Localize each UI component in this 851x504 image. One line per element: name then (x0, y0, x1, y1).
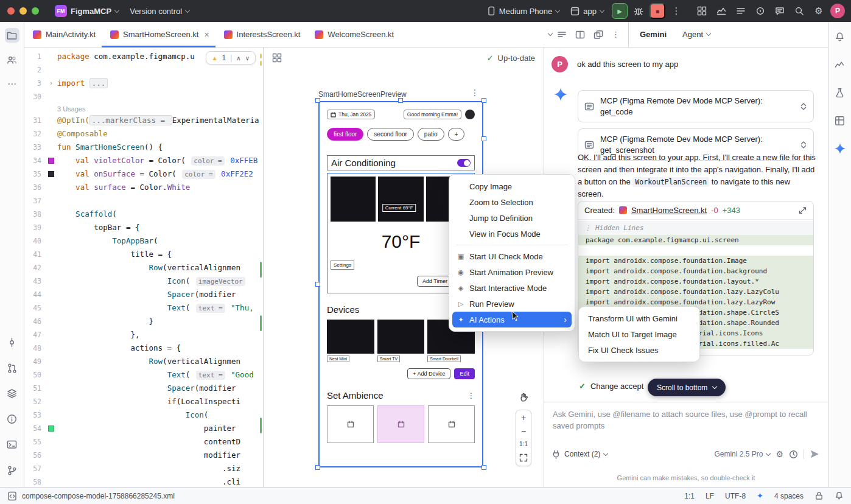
commit-tool-button[interactable] (5, 335, 19, 349)
color-swatch[interactable] (48, 425, 54, 432)
stop-button[interactable]: ■ (650, 3, 665, 19)
context-menu-item[interactable]: Jump to Definition (452, 210, 572, 226)
context-menu-item[interactable]: View in Focus Mode (452, 226, 572, 242)
add-timer-button[interactable]: Add Timer (417, 276, 453, 287)
tab-agent[interactable]: Agent (682, 30, 710, 39)
status-file[interactable]: compose-compose-model-1758866285245.xml (7, 491, 684, 501)
zoom-in-button[interactable]: + (521, 414, 526, 421)
context-menu-item[interactable]: ◈ Start Interactive Mode (452, 280, 572, 296)
context-menu-item[interactable]: ◉ Start Animation Preview (452, 264, 572, 280)
settings-button[interactable]: ⚙ (811, 3, 827, 19)
add-device-button[interactable]: + Add Device (407, 368, 450, 379)
edit-devices-button[interactable]: Edit (454, 368, 475, 379)
cursor-position[interactable]: 1:1 (684, 492, 695, 500)
ambience-options-icon[interactable]: ⋮ (468, 391, 475, 400)
expand-diff-icon[interactable] (798, 206, 807, 215)
ac-title-row[interactable]: Air Conditioning (327, 155, 475, 170)
terminal-tool-button[interactable] (5, 437, 19, 452)
file-encoding[interactable]: UTF-8 (725, 492, 746, 500)
prev-issue-icon[interactable]: ∧ (236, 55, 240, 61)
scroll-to-bottom-button[interactable]: Scroll to bottom (648, 379, 726, 396)
user-avatar[interactable]: P (830, 4, 845, 18)
editor-more-icon[interactable]: ⋮ (612, 30, 620, 39)
more-tools-button[interactable]: ⋯ (5, 77, 19, 91)
submenu-item[interactable]: Fix UI Check Issues (582, 342, 696, 358)
submenu-item[interactable]: Transform UI with Gemini (582, 310, 696, 326)
selection-handle[interactable] (482, 465, 486, 470)
tab-gemini[interactable]: Gemini (640, 30, 667, 39)
more-run-actions-button[interactable]: ⋮ (668, 3, 684, 19)
ambience-card[interactable] (327, 405, 374, 443)
chat-input[interactable] (553, 409, 819, 444)
fold-arrow-icon[interactable]: › (49, 77, 54, 90)
zoom-level-label[interactable]: 1:1 (519, 441, 528, 447)
build-tool-button[interactable] (5, 386, 19, 401)
zoom-to-fit-icon[interactable] (519, 453, 528, 462)
hidden-lines-row[interactable]: ⋮ Hidden Lines (578, 221, 813, 235)
selection-handle[interactable] (315, 282, 320, 287)
main-menu-button[interactable] (733, 3, 749, 19)
send-button[interactable] (810, 449, 819, 459)
context-button[interactable]: Context (2) (552, 450, 608, 459)
device-item[interactable]: Smart TV (377, 320, 425, 362)
context-menu-item[interactable]: ▷ Run Preview (452, 296, 572, 312)
device-mirror-button[interactable] (694, 3, 710, 19)
project-widget[interactable]: FM FigmaMCP (50, 2, 124, 19)
grid-view-icon[interactable] (272, 53, 282, 63)
run-button[interactable]: ▶ (612, 3, 628, 19)
close-tab-icon[interactable]: × (204, 30, 209, 40)
profile-avatar[interactable] (465, 110, 475, 119)
profiler-tool-button[interactable] (833, 57, 847, 72)
version-control-tool-button[interactable] (5, 463, 19, 477)
color-swatch[interactable] (48, 171, 54, 177)
next-issue-icon[interactable]: ∨ (245, 55, 250, 61)
collaboration-tool-button[interactable] (5, 52, 19, 67)
selection-handle[interactable] (482, 98, 486, 103)
zoom-window-button[interactable] (32, 7, 39, 15)
notifications-button[interactable] (833, 29, 847, 44)
vcs-widget[interactable]: Version control (125, 4, 194, 18)
run-config-selector[interactable]: app (566, 4, 609, 18)
ac-toggle-switch[interactable] (457, 159, 471, 167)
preview-title[interactable]: SmartHomeScreenPreview (318, 90, 407, 99)
chat-history-button[interactable] (789, 450, 798, 459)
tool-call-card[interactable]: MCP (Figma Remote Dev Mode MCP Server): … (578, 90, 814, 122)
app-insights-tool-button[interactable] (833, 85, 847, 100)
pull-requests-tool-button[interactable] (5, 360, 19, 375)
editor-tab[interactable]: WelcomeScreen.kt (306, 22, 400, 47)
chat-settings-button[interactable]: ⚙ (776, 449, 783, 459)
floor-chip[interactable]: patio (418, 128, 444, 141)
minimize-window-button[interactable] (19, 7, 27, 15)
profiler-button[interactable] (713, 3, 729, 19)
code-editor[interactable]: ▲ 1 | ∧ ∨ 1 package com.example.figmamcp… (24, 47, 263, 487)
pan-tool-button[interactable] (516, 390, 531, 404)
indent-setting[interactable]: 4 spaces (774, 492, 804, 500)
floor-chip[interactable]: + (448, 128, 465, 141)
selection-handle[interactable] (315, 465, 320, 470)
ambience-card[interactable] (377, 405, 424, 443)
editor-tab[interactable]: MainActivity.kt (24, 22, 102, 47)
selection-handle[interactable] (315, 98, 320, 103)
ai-spark-icon[interactable]: ✦ (757, 491, 763, 500)
plugins-button[interactable] (752, 3, 768, 19)
close-window-button[interactable] (7, 7, 15, 15)
split-editor-icon[interactable] (575, 30, 585, 40)
reader-mode-icon[interactable] (557, 30, 567, 40)
selection-handle[interactable] (482, 136, 486, 141)
status-notifications-button[interactable] (835, 491, 844, 500)
expand-chevrons-icon[interactable] (800, 141, 807, 149)
device-item[interactable]: Nest Mini (327, 320, 374, 362)
ambience-card[interactable] (428, 405, 475, 443)
problems-tool-button[interactable] (5, 411, 19, 426)
zoom-out-button[interactable]: − (521, 427, 526, 435)
settings-chip[interactable]: Settings (331, 261, 354, 270)
hidden-tabs-button[interactable] (544, 22, 557, 47)
floor-chip[interactable]: first floor (327, 128, 363, 141)
line-ending[interactable]: LF (706, 492, 714, 500)
created-filename-link[interactable]: SmartHomeScreen.kt (631, 206, 707, 215)
selection-handle[interactable] (398, 98, 403, 103)
editor-tab[interactable]: SmartHomeScreen.kt × (102, 22, 215, 47)
floor-chip[interactable]: second floor (367, 128, 413, 141)
context-menu-item[interactable]: Copy Image (452, 178, 572, 194)
context-menu-item[interactable]: ▣ Start UI Check Mode (452, 248, 572, 264)
